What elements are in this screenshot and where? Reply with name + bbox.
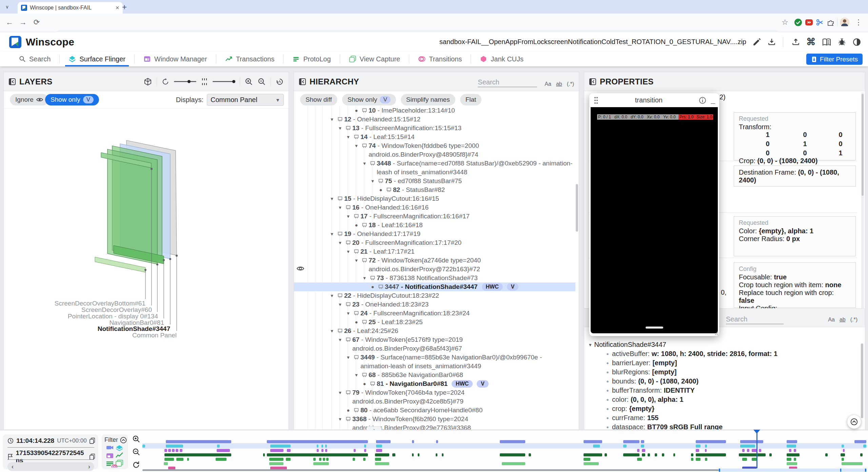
tree-row[interactable]: ▾ 26 - Leaf:24:25#26 — [294, 327, 575, 335]
tree-row[interactable]: ● 80 - ace6abb SecondaryHomeHandle0#80 — [294, 406, 575, 415]
tree-toggle-icon[interactable]: ▾ — [336, 388, 344, 397]
tree-row[interactable]: ● 25 - Leaf:18:23#25 — [294, 318, 575, 327]
trace-event-bar[interactable] — [267, 453, 368, 456]
tree-toggle-icon[interactable]: ▾ — [369, 177, 377, 185]
trace-event-bar[interactable] — [787, 453, 800, 456]
tree-row[interactable]: ▾ 74 - WindowToken{fdddbe6 type=2000 and… — [294, 141, 575, 159]
tree-toggle-icon[interactable]: ▾ — [336, 415, 344, 424]
trace-event-bar[interactable] — [313, 462, 329, 465]
tree-row[interactable]: ▾ 67 - WindowToken{e5176f9 type=2019 and… — [294, 335, 575, 353]
timeline-zoom-out-icon[interactable] — [132, 448, 140, 456]
tree-toggle-icon[interactable]: ▾ — [352, 371, 360, 379]
trace-event-bar[interactable] — [742, 449, 745, 452]
show-only-chip[interactable]: Show only V — [45, 94, 99, 105]
match-case-icon[interactable]: Aa — [828, 317, 835, 323]
shortcuts-icon[interactable]: ⌘ — [806, 36, 816, 47]
timeline-collapse-handle[interactable]: ⌄ — [366, 426, 382, 431]
tree-row[interactable]: ▾ 22 - HideDisplayCutout:18:23#22 — [294, 291, 575, 300]
zoom-out-icon[interactable] — [258, 78, 266, 86]
collapse-filter-icon[interactable] — [120, 437, 127, 444]
trace-event-bar[interactable] — [696, 458, 701, 461]
tree-row[interactable]: ▾ 23 - OneHanded:18:23#23 — [294, 300, 575, 309]
trace-event-bar[interactable] — [313, 458, 316, 461]
trace-event-bar[interactable] — [584, 458, 590, 461]
tree-row[interactable]: ▾ 68 - 885b63e NavigationBar0#68 — [294, 371, 575, 379]
trace-event-bar[interactable] — [376, 449, 382, 452]
hierarchy-scrollbar[interactable] — [576, 184, 578, 232]
trace-event-bar[interactable] — [842, 445, 844, 448]
match-case-icon[interactable]: Aa — [545, 81, 551, 87]
trace-event-bar[interactable] — [584, 453, 602, 456]
report-bug-icon[interactable] — [837, 38, 846, 46]
tree-toggle-icon[interactable]: ● — [352, 318, 360, 327]
trace-event-bar[interactable] — [742, 458, 747, 461]
tab-surface-flinger[interactable]: Surface Flinger — [60, 52, 134, 66]
trace-event-bar[interactable] — [705, 445, 707, 448]
displays-select[interactable]: Common Panel▼ — [207, 94, 284, 106]
trace-event-bar[interactable] — [317, 449, 319, 452]
node-property-row[interactable]: ●blurRegions:[empty] — [603, 368, 858, 377]
tree-toggle-icon[interactable]: ▾ — [336, 335, 344, 344]
trace-event-bar[interactable] — [769, 453, 772, 456]
simplify-names-chip[interactable]: Simplify names — [401, 94, 455, 105]
tree-row[interactable]: ● 10 - ImePlaceholder:13:14#10 — [294, 106, 575, 115]
trace-event-bar[interactable] — [641, 445, 644, 448]
properties-scrollbar-thumb[interactable] — [862, 94, 864, 196]
tree-row[interactable]: ▾ 13 - FullscreenMagnification:15:15#13 — [294, 124, 575, 133]
trace-event-bar[interactable] — [363, 458, 366, 461]
upload-icon[interactable] — [791, 38, 800, 46]
trace-event-bar[interactable] — [267, 440, 368, 443]
trace-event-bar[interactable] — [739, 453, 766, 456]
human-time[interactable]: 11:04:14.228 — [16, 437, 54, 445]
node-property-row[interactable]: ●dataspace:BT709 sRGB Full range — [603, 422, 858, 430]
tree-toggle-icon[interactable]: ▾ — [360, 274, 369, 282]
tree-toggle-icon[interactable]: ● — [369, 282, 377, 291]
tree-toggle-icon[interactable]: ▾ — [344, 247, 352, 256]
node-chevron-icon[interactable]: ▾ — [589, 340, 592, 349]
tree-row[interactable]: ▾ 3448 - Surface(name=ed70f88 StatusBar)… — [294, 159, 575, 177]
tree-row[interactable]: ▾ 20 - FullscreenMagnification:17:17#20 — [294, 238, 575, 247]
trace-event-bar[interactable] — [164, 458, 174, 461]
trace-event-bar[interactable] — [696, 449, 699, 452]
trace-event-bar[interactable] — [321, 449, 323, 452]
trace-event-bar[interactable] — [842, 458, 844, 461]
trace-event-bar[interactable] — [696, 440, 726, 443]
trace-event-bar[interactable] — [787, 458, 791, 461]
collapse-panel-icon[interactable] — [589, 78, 596, 85]
trace-event-bar[interactable] — [696, 445, 701, 448]
trace-event-bar[interactable] — [166, 445, 183, 448]
trace-event-bar[interactable] — [263, 453, 265, 456]
filter-presets-button[interactable]: Filter Presets — [806, 54, 863, 65]
trace-event-bar[interactable] — [787, 445, 796, 448]
trace-event-bar[interactable] — [353, 458, 355, 461]
trace-event-bar[interactable] — [841, 453, 845, 456]
tree-toggle-icon[interactable]: ▾ — [328, 291, 336, 300]
tree-row[interactable]: ▾ 17 - FullscreenMagnification:16:16#17 — [294, 212, 575, 221]
tree-row[interactable]: ● 3447 - NotificationShade#3447HWCV — [294, 282, 575, 291]
trace-event-bar[interactable] — [168, 449, 171, 452]
timeline-zoom-reset-icon[interactable] — [132, 461, 140, 469]
trace-event-bar[interactable] — [270, 449, 283, 452]
trace-event-bar[interactable] — [269, 462, 283, 465]
trace-event-bar[interactable] — [825, 453, 828, 456]
trace-event-bar[interactable] — [705, 458, 707, 461]
node-property-row[interactable]: ●bounds:(0, 0) - (1080, 2400) — [603, 377, 858, 386]
trace-event-bar[interactable] — [623, 440, 639, 443]
trace-event-bar[interactable] — [217, 449, 230, 452]
node-root-row[interactable]: ▾ NotificationShade#3447 — [589, 340, 858, 349]
trace-event-bar[interactable] — [759, 449, 761, 452]
ignore-chip[interactable]: Ignore — [10, 94, 48, 105]
tree-toggle-icon[interactable]: ▾ — [328, 230, 336, 238]
trace-type-icons[interactable] — [106, 445, 124, 468]
timeline-cursor-head[interactable] — [753, 430, 760, 434]
trace-event-bar[interactable] — [529, 453, 531, 456]
trace-event-bar[interactable] — [584, 462, 599, 465]
extension-scissors-icon[interactable] — [815, 18, 824, 27]
trace-event-bar[interactable] — [843, 449, 845, 452]
trace-event-bar[interactable] — [176, 449, 178, 452]
rotation-slider[interactable] — [174, 81, 196, 82]
new-tab-button[interactable]: + — [119, 2, 130, 12]
tree-row[interactable]: ● 82 - StatusBar#82 — [294, 185, 575, 194]
transition-screenshot-window[interactable]: transition _ P: 0 / 1dX: 0.0dY: 0.0Xv: 0… — [589, 93, 719, 336]
trace-event-bar[interactable] — [166, 440, 231, 443]
